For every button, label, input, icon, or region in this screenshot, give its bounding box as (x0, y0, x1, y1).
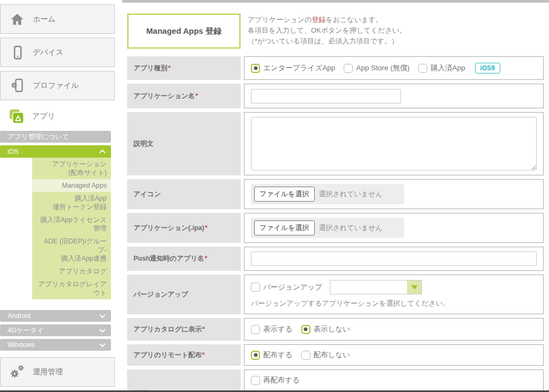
field-value (244, 112, 544, 175)
description-line-3: （*がついている項目は、必須入力項目です。） (248, 36, 406, 47)
field-label: アプリカタログに表示* (127, 318, 241, 341)
ipa-file-select-button[interactable]: ファイルを選択 (254, 220, 315, 235)
checkbox-icon (251, 283, 260, 292)
ipa-file-status: 選択されていません (319, 223, 383, 233)
sidebar-section-4g-keitai[interactable]: 4Gケータイ (0, 324, 111, 336)
field-label: バージョンアップ (127, 275, 241, 314)
chevron-up-icon (99, 150, 106, 153)
radio-icon (418, 64, 427, 73)
redistribution-checkbox[interactable]: 再配布する (251, 375, 300, 385)
icon-file-control: ファイルを選択 選択されていません (251, 184, 404, 204)
sidebar-item-label: アプリ (32, 112, 55, 121)
profile-icon (9, 78, 25, 94)
row-remote-dist: アプリのリモート配布* 配布する 配布しない (127, 344, 544, 366)
icon-file-select-button[interactable]: ファイルを選択 (254, 187, 315, 202)
sidebar-item-purchased-app-license[interactable]: 購入済Appライセンス管理 (32, 213, 111, 235)
sidebar-item-operations[interactable]: 運用管理 (0, 357, 115, 387)
field-label: 再配布 (127, 369, 241, 392)
radio-display-on[interactable]: 表示する (251, 324, 293, 334)
chevron-down-icon (99, 329, 106, 332)
sidebar-item-ade-dep-group[interactable]: ADE (旧DEP)/グループ- 購入済App連携 (32, 235, 111, 265)
version-up-hint: バージョンアップするアプリケーションを選択してください。 (251, 298, 450, 309)
field-value: エンタープライズApp App Store (無償) 購入済App iOS9 (244, 56, 544, 80)
row-icon: アイコン ファイルを選択 選択されていません (127, 179, 544, 209)
sidebar-item-label: ホーム (33, 14, 56, 24)
sidebar-item-purchased-app-token[interactable]: 購入済App 場所トークン登録 (32, 192, 111, 213)
sidebar-item-label: デバイス (33, 48, 63, 57)
radio-display-off[interactable]: 表示しない (301, 324, 350, 334)
sidebar-item-apps[interactable]: アプリ (0, 104, 115, 129)
sidebar-item-app-catalog-layout[interactable]: アプリカタログレイアウト (32, 278, 111, 299)
sidebar-section-android[interactable]: Android (0, 310, 111, 322)
required-mark: * (202, 351, 205, 360)
chevron-down-icon (99, 314, 106, 318)
ipa-file-control: ファイルを選択 選択されていません (251, 218, 404, 238)
row-ipa: アプリケーション(.ipa)* ファイルを選択 選択されていません (127, 213, 544, 243)
page-description: アプリケーションの登録をおこないます。 各項目を入力して、OKボタンを押してくだ… (244, 13, 406, 49)
chevron-down-icon (99, 343, 106, 347)
checkbox-icon (251, 376, 260, 385)
sidebar-item-managed-apps[interactable]: Managed Apps (32, 179, 111, 192)
chevron-down-icon (411, 285, 418, 290)
field-value: バージョンアップ バージョンアップするアプリケーションを選択してください。 (244, 275, 544, 314)
main-content: Managed Apps 登録 アプリケーションの登録をおこないます。 各項目を… (122, 0, 549, 392)
sidebar-item-application-dist-site[interactable]: アプリケーション (配布サイト) (32, 158, 111, 179)
radio-icon (251, 64, 260, 73)
sidebar: ホーム デバイス プロファイル ア (0, 0, 115, 392)
emphasis-text: 登録 (311, 16, 325, 24)
radio-distribute-on[interactable]: 配布する (251, 350, 293, 360)
description-textarea[interactable] (251, 117, 537, 171)
sidebar-item-profile[interactable]: プロファイル (0, 71, 115, 100)
field-label: アプリケーション名* (127, 84, 241, 108)
field-value: ファイルを選択 選択されていません (244, 179, 544, 209)
sidebar-item-apps-about[interactable]: アプリ管理について (0, 131, 111, 143)
platform-accordions: Android 4Gケータイ Windows (0, 310, 115, 351)
ios-submenu: アプリケーション (配布サイト) Managed Apps 購入済App 場所ト… (32, 158, 111, 299)
field-value (244, 247, 544, 271)
sidebar-item-device[interactable]: デバイス (0, 38, 115, 67)
version-up-checkbox[interactable]: バージョンアップ (251, 283, 322, 292)
4g-section-label: 4Gケータイ (8, 326, 44, 335)
required-mark: * (202, 325, 205, 334)
field-label: Push通知時のアプリ名* (127, 247, 241, 271)
required-mark: * (168, 64, 170, 73)
ios-section-label: iOS (8, 148, 19, 156)
icon-file-status: 選択されていません (319, 189, 383, 199)
radio-icon (301, 325, 310, 334)
required-mark: * (205, 224, 207, 233)
page-title: Managed Apps 登録 (127, 13, 241, 49)
sidebar-section-ios[interactable]: iOS (0, 145, 111, 158)
app-name-input[interactable] (251, 89, 401, 103)
content-top-divider (122, 0, 549, 3)
field-value: 表示する 表示しない (244, 318, 544, 341)
field-value: 配布する 配布しない (244, 344, 544, 366)
radio-icon (301, 351, 310, 360)
radio-purchased-app[interactable]: 購入済App (418, 63, 465, 73)
description-line-1: アプリケーションの登録をおこないます。 (248, 14, 406, 25)
row-push-name: Push通知時のアプリ名* (127, 247, 544, 271)
row-app-name: アプリケーション名* (127, 84, 544, 108)
operations-icon (9, 364, 25, 380)
row-app-type: アプリ種別* エンタープライズApp App Store (無償) 購入済App… (127, 56, 544, 80)
push-name-input[interactable] (251, 252, 537, 266)
sidebar-item-label: プロファイル (33, 81, 79, 91)
apps-about-label: アプリ管理について (8, 132, 69, 142)
select-dropdown-button[interactable] (407, 280, 421, 294)
radio-enterprise-app[interactable]: エンタープライズApp (251, 63, 335, 73)
sidebar-section-windows[interactable]: Windows (0, 339, 111, 351)
page-header: Managed Apps 登録 アプリケーションの登録をおこないます。 各項目を… (127, 13, 544, 49)
row-version-up: バージョンアップ バージョンアップ バージョンアップするアプリケーションを選択し… (127, 275, 544, 314)
select-value (330, 280, 407, 294)
field-value (244, 84, 544, 108)
row-redistribution: 再配布 再配布する 利用者様がインストールキャンセルした場合、バージョンの異なる… (127, 369, 544, 392)
row-catalog-display: アプリカタログに表示* 表示する 表示しない (127, 318, 544, 341)
sidebar-item-app-catalog[interactable]: アプリカタログ (32, 265, 111, 278)
field-label: アプリのリモート配布* (127, 344, 241, 366)
sidebar-item-home[interactable]: ホーム (0, 4, 115, 34)
required-mark: * (196, 92, 198, 101)
version-up-select[interactable] (330, 280, 422, 294)
radio-distribute-off[interactable]: 配布しない (301, 350, 350, 360)
field-label: アイコン (127, 179, 241, 209)
home-icon (9, 11, 25, 27)
radio-app-store-free[interactable]: App Store (無償) (344, 63, 410, 73)
